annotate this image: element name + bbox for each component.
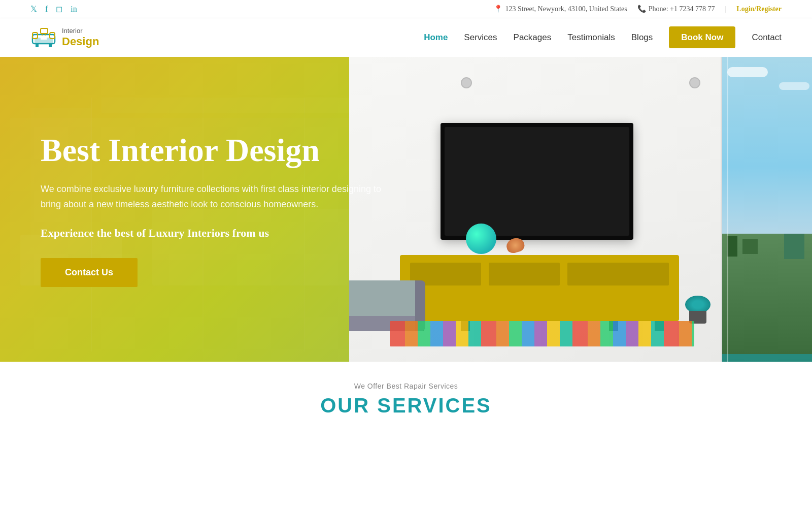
hero-description: We combine exclusive luxury furniture co… [41, 181, 386, 212]
services-section: We Offer Best Rapair Services OUR SERVIC… [0, 362, 812, 427]
login-link[interactable]: Login/Register [736, 5, 782, 13]
cabinet-drawer-3 [567, 263, 669, 285]
svg-rect-3 [41, 40, 47, 44]
room-door [721, 57, 812, 362]
contact-us-button[interactable]: Contact Us [41, 258, 138, 287]
nav-packages-link[interactable]: Packages [514, 33, 552, 42]
twitter-icon[interactable]: 𝕏 [30, 4, 37, 14]
nav-book[interactable]: Book Now [669, 33, 735, 43]
nav-services[interactable]: Services [464, 33, 497, 43]
logo[interactable]: Interior Design [30, 24, 99, 51]
room-globe [466, 224, 496, 254]
address-text: 123 Street, Newyork, 43100, United State… [505, 5, 627, 13]
instagram-icon[interactable]: ◻ [56, 4, 62, 14]
door-sky [722, 57, 812, 240]
linkedin-icon[interactable]: in [71, 5, 77, 14]
svg-rect-6 [36, 44, 39, 47]
hero-title: Best Interior Design [41, 132, 414, 169]
nav-contact-link[interactable]: Contact [752, 33, 782, 42]
address-info: 📍 123 Street, Newyork, 43100, United Sta… [494, 5, 627, 13]
logo-bottom: Design [62, 35, 99, 48]
nav-testimonials[interactable]: Testimonials [567, 33, 615, 43]
nav-packages[interactable]: Packages [514, 33, 552, 43]
phone-text: Phone: +1 7234 778 77 [649, 5, 715, 13]
top-bar-right: 📍 123 Street, Newyork, 43100, United Sta… [494, 5, 782, 13]
svg-rect-8 [41, 28, 48, 34]
divider: | [725, 5, 727, 13]
phone-icon: 📞 [637, 5, 646, 13]
logo-text: Interior Design [62, 27, 99, 48]
logo-icon [30, 24, 57, 51]
hero-content: Best Interior Design We combine exclusiv… [0, 57, 455, 362]
services-title: OUR SERVICES [30, 394, 782, 417]
facebook-icon[interactable]: f [45, 5, 48, 14]
book-now-button[interactable]: Book Now [669, 26, 735, 48]
nav-blogs[interactable]: Blogs [631, 33, 653, 43]
nav-links: Home Services Packages Testimonials Blog… [424, 33, 782, 43]
cabinet-drawer-2 [489, 263, 560, 285]
navbar: Interior Design Home Services Packages T… [0, 18, 812, 57]
ceiling-detector-1 [461, 77, 472, 88]
social-icons: 𝕏 f ◻ in [30, 4, 77, 14]
nav-blogs-link[interactable]: Blogs [631, 33, 653, 42]
svg-rect-7 [49, 44, 52, 47]
ceiling-detector-2 [689, 77, 700, 88]
nav-contact[interactable]: Contact [752, 33, 782, 43]
hero-section: Best Interior Design We combine exclusiv… [0, 57, 812, 362]
services-subtitle: We Offer Best Rapair Services [30, 382, 782, 390]
door-landscape [722, 234, 812, 362]
logo-top: Interior [62, 27, 99, 35]
nav-home-link[interactable]: Home [424, 33, 448, 42]
top-bar: 𝕏 f ◻ in 📍 123 Street, Newyork, 43100, U… [0, 0, 812, 18]
nav-services-link[interactable]: Services [464, 33, 497, 42]
nav-testimonials-link[interactable]: Testimonials [567, 33, 615, 42]
hero-tagline: Experience the best of Luxury Interiors … [41, 227, 414, 240]
phone-info: 📞 Phone: +1 7234 778 77 [637, 5, 715, 13]
pin-icon: 📍 [494, 5, 502, 13]
nav-home[interactable]: Home [424, 33, 448, 43]
room-plant [685, 296, 710, 324]
room-tv [441, 123, 633, 240]
